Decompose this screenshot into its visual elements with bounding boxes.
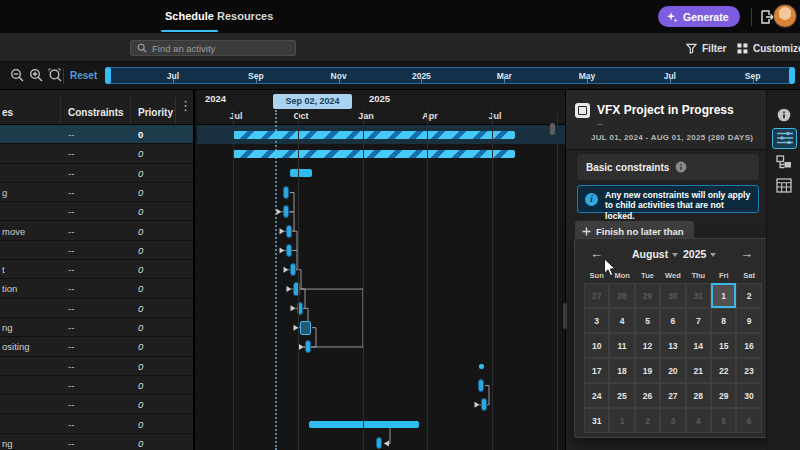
activity-search[interactable] [130, 40, 296, 56]
calendar-day[interactable]: 20 [660, 358, 685, 383]
gantt-bar[interactable] [290, 263, 296, 276]
gantt-bar[interactable] [283, 205, 289, 218]
calendar-day[interactable]: 18 [609, 358, 634, 383]
zoom-in-icon[interactable] [29, 68, 45, 84]
gantt-bar[interactable] [286, 244, 292, 257]
filter-button[interactable]: Filter [686, 40, 726, 56]
calendar-day[interactable]: 17 [584, 358, 609, 383]
timeline-slider[interactable]: JulSepNov2025MarMayJulSep [105, 67, 795, 84]
slider-handle-right[interactable] [789, 67, 795, 84]
tab-resources[interactable]: Resources [217, 0, 273, 33]
gantt-bar[interactable] [290, 169, 312, 177]
next-month-arrow[interactable]: → [740, 247, 753, 261]
gantt-bar[interactable] [479, 364, 484, 369]
calendar-day[interactable]: 2 [635, 408, 660, 433]
table-icon[interactable] [776, 178, 793, 195]
zoom-region-icon[interactable] [48, 68, 64, 84]
customize-button[interactable]: Customize [737, 40, 800, 56]
search-input[interactable] [152, 43, 289, 54]
table-row[interactable]: --0 [0, 202, 195, 221]
table-row[interactable]: ng--0 [0, 434, 195, 450]
calendar-day[interactable]: 10 [584, 333, 609, 358]
calendar-day[interactable]: 11 [609, 333, 634, 358]
kebab-menu-icon[interactable]: ⋮ [179, 99, 192, 112]
calendar-day[interactable]: 31 [686, 283, 711, 308]
calendar-day[interactable]: 5 [635, 308, 660, 333]
generate-button[interactable]: Generate [658, 6, 740, 27]
properties-icon[interactable] [772, 128, 797, 149]
calendar-day[interactable]: 29 [635, 283, 660, 308]
table-row[interactable]: --0 [0, 357, 195, 376]
gantt-bar[interactable] [478, 379, 484, 392]
gantt-bar[interactable] [376, 437, 382, 449]
gantt-bar[interactable] [286, 225, 292, 238]
table-row[interactable]: --0 [0, 241, 195, 260]
calendar-day[interactable]: 28 [686, 383, 711, 408]
prev-month-arrow[interactable]: ← [590, 247, 603, 261]
calendar-day[interactable]: 12 [635, 333, 660, 358]
calendar-day[interactable]: 27 [584, 283, 609, 308]
tab-schedule[interactable]: Schedule [165, 0, 214, 33]
gantt-bar[interactable] [305, 340, 311, 353]
table-row[interactable]: ng--0 [0, 318, 195, 337]
table-row[interactable]: --0 [0, 299, 195, 318]
table-row[interactable]: --0 [0, 415, 195, 434]
table-row[interactable]: g--0 [0, 183, 195, 202]
avatar[interactable] [773, 4, 797, 28]
calendar-day[interactable]: 16 [736, 333, 761, 358]
gantt-bar[interactable] [233, 131, 515, 139]
gantt-scrollbar[interactable] [550, 123, 555, 135]
hierarchy-icon[interactable] [776, 155, 793, 172]
calendar-day[interactable]: 3 [584, 308, 609, 333]
calendar-day[interactable]: 30 [736, 383, 761, 408]
calendar-day[interactable]: 23 [736, 358, 761, 383]
calendar-day[interactable]: 2 [736, 283, 761, 308]
basic-constraints-section[interactable]: Basic constraints [577, 154, 759, 180]
calendar-day[interactable]: 4 [686, 408, 711, 433]
calendar-day[interactable]: 4 [609, 308, 634, 333]
slider-handle-left[interactable] [105, 67, 111, 84]
table-row[interactable]: ositing--0 [0, 337, 195, 356]
gantt-bar[interactable] [283, 186, 289, 199]
calendar-day[interactable]: 25 [609, 383, 634, 408]
column-header-name[interactable]: es [2, 107, 13, 118]
calendar-day[interactable]: 15 [711, 333, 736, 358]
zoom-out-icon[interactable] [10, 68, 26, 84]
table-row[interactable]: tion--0 [0, 279, 195, 298]
calendar-day[interactable]: 28 [609, 283, 634, 308]
gantt-bar[interactable] [233, 150, 515, 158]
reset-button[interactable]: Reset [70, 70, 97, 81]
calendar-day[interactable]: 13 [660, 333, 685, 358]
column-header-priority[interactable]: Priority [138, 107, 173, 118]
calendar-day[interactable]: 5 [711, 408, 736, 433]
calendar-day[interactable]: 9 [736, 308, 761, 333]
panel-resize-handle[interactable] [563, 303, 567, 329]
year-dropdown[interactable]: 2025 [683, 248, 716, 260]
calendar-day[interactable]: 14 [686, 333, 711, 358]
calendar-day[interactable]: 1 [711, 283, 736, 308]
calendar-day[interactable]: 1 [609, 408, 634, 433]
gantt-bar[interactable] [300, 321, 311, 335]
table-row[interactable]: --0 [0, 125, 195, 144]
calendar-day[interactable]: 31 [584, 408, 609, 433]
calendar-day[interactable]: 21 [686, 358, 711, 383]
calendar-day[interactable]: 3 [660, 408, 685, 433]
table-row[interactable]: move--0 [0, 222, 195, 241]
gantt-bar[interactable] [309, 421, 419, 428]
calendar-day[interactable]: 27 [660, 383, 685, 408]
calendar-day[interactable]: 24 [584, 383, 609, 408]
calendar-day[interactable]: 7 [686, 308, 711, 333]
calendar-day[interactable]: 6 [660, 308, 685, 333]
calendar-day[interactable]: 19 [635, 358, 660, 383]
calendar-day[interactable]: 30 [660, 283, 685, 308]
info-icon[interactable] [776, 107, 793, 124]
table-row[interactable]: --0 [0, 376, 195, 395]
month-dropdown[interactable]: August [632, 248, 678, 260]
calendar-day[interactable]: 26 [635, 383, 660, 408]
table-row[interactable]: t--0 [0, 260, 195, 279]
table-row[interactable]: --0 [0, 395, 195, 414]
calendar-day[interactable]: 29 [711, 383, 736, 408]
calendar-day[interactable]: 22 [711, 358, 736, 383]
calendar-day[interactable]: 8 [711, 308, 736, 333]
gantt-bar[interactable] [481, 398, 487, 411]
